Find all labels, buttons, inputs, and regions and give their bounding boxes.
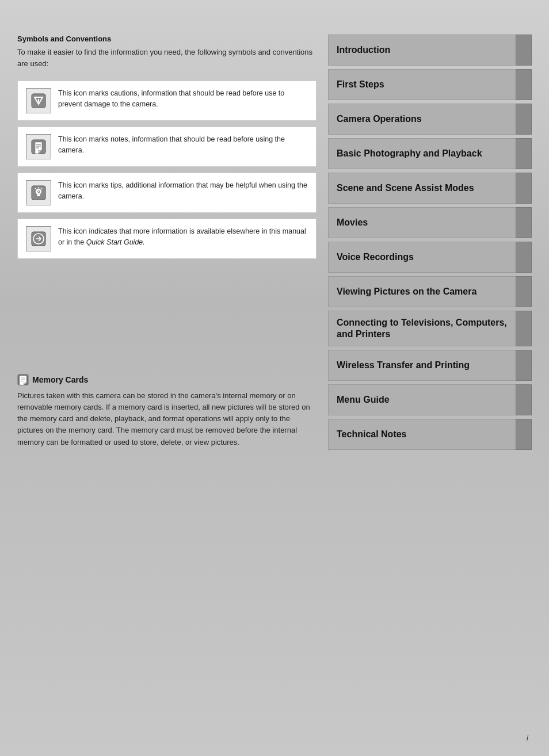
note-box: This icon marks notes, information that … (17, 127, 317, 167)
nav-item[interactable]: Scene and Scene Assist Modes (328, 173, 532, 204)
nav-item-label: Wireless Transfer and Printing (328, 350, 516, 381)
tip-text: This icon marks tips, additional informa… (58, 180, 308, 202)
svg-rect-9 (37, 194, 40, 196)
symbols-intro: To make it easier to find the informatio… (17, 47, 317, 69)
quickstart-italic: Quick Start Guide. (86, 238, 145, 246)
nav-item[interactable]: Basic Photography and Playback (328, 138, 532, 169)
nav-item[interactable]: Camera Operations (328, 104, 532, 135)
nav-item[interactable]: Connecting to Televisions, Computers, an… (328, 311, 532, 346)
nav-item-label: Introduction (328, 35, 516, 66)
left-column: Symbols and Conventions To make it easie… (17, 35, 317, 733)
nav-item[interactable]: Technical Notes (328, 419, 532, 450)
nav-item-label: Scene and Scene Assist Modes (328, 173, 516, 204)
nav-item-tab (516, 242, 532, 273)
svg-line-12 (35, 188, 36, 189)
nav-item-label: Technical Notes (328, 419, 516, 450)
nav-item[interactable]: Menu Guide (328, 384, 532, 415)
caution-text: This icon marks cautions, information th… (58, 88, 308, 110)
memory-title: Memory Cards (32, 375, 88, 384)
svg-line-11 (41, 188, 42, 189)
right-nav-column: IntroductionFirst StepsCamera Operations… (328, 35, 532, 733)
nav-item[interactable]: Movies (328, 207, 532, 238)
caution-icon (26, 88, 51, 113)
memory-section: Memory Cards Pictures taken with this ca… (17, 374, 317, 448)
nav-item-tab (516, 138, 532, 169)
nav-item[interactable]: Introduction (328, 35, 532, 66)
reference-icon (26, 226, 51, 251)
nav-item[interactable]: Voice Recordings (328, 242, 532, 273)
nav-item-label: Basic Photography and Playback (328, 138, 516, 169)
nav-item-tab (516, 276, 532, 307)
memory-note-icon (17, 374, 29, 385)
nav-item-label: Camera Operations (328, 104, 516, 135)
nav-item-tab (516, 350, 532, 381)
nav-item-tab (516, 419, 532, 450)
nav-item-tab (516, 207, 532, 238)
memory-body: Pictures taken with this camera can be s… (17, 390, 317, 448)
nav-item[interactable]: Viewing Pictures on the Camera (328, 276, 532, 307)
svg-point-2 (38, 102, 39, 104)
nav-item-label: Menu Guide (328, 384, 516, 415)
nav-item[interactable]: First Steps (328, 69, 532, 100)
note-text: This icon marks notes, information that … (58, 134, 308, 156)
nav-item-label: Connecting to Televisions, Computers, an… (328, 311, 516, 346)
nav-item-label: Voice Recordings (328, 242, 516, 273)
reference-text: This icon indicates that more informatio… (58, 226, 308, 248)
nav-item-tab (516, 104, 532, 135)
tip-box: Q This icon marks tips, additional infor… (17, 173, 317, 213)
nav-item-label: First Steps (328, 69, 516, 100)
nav-item[interactable]: Wireless Transfer and Printing (328, 350, 532, 381)
nav-item-tab (516, 311, 532, 346)
nav-item-tab (516, 35, 532, 66)
nav-item-tab (516, 69, 532, 100)
caution-box: This icon marks cautions, information th… (17, 81, 317, 121)
page-number: i (527, 734, 528, 742)
nav-item-tab (516, 173, 532, 204)
svg-text:Q: Q (37, 190, 40, 193)
nav-item-label: Viewing Pictures on the Camera (328, 276, 516, 307)
memory-heading: Memory Cards (17, 374, 317, 385)
symbols-title: Symbols and Conventions (17, 35, 317, 43)
nav-item-label: Movies (328, 207, 516, 238)
reference-box: This icon indicates that more informatio… (17, 219, 317, 259)
tip-icon: Q (26, 180, 51, 205)
nav-item-tab (516, 384, 532, 415)
note-icon (26, 134, 51, 159)
